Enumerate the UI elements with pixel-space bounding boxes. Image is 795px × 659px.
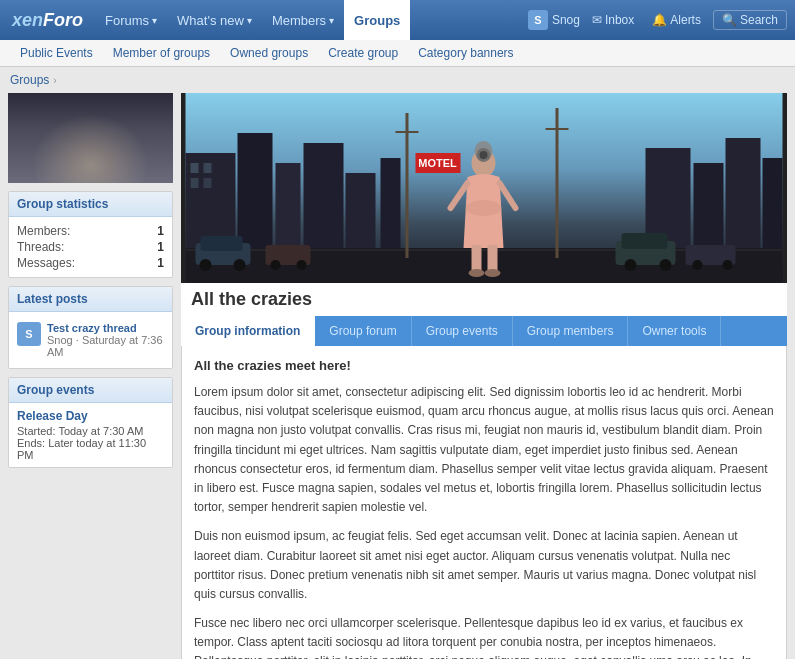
members-label: Members: bbox=[17, 224, 70, 238]
threads-stat: Threads: 1 bbox=[17, 239, 164, 255]
group-title: All the crazies bbox=[181, 283, 787, 316]
group-events-body: Release Day Started: Today at 7:30 AM En… bbox=[9, 403, 172, 467]
svg-rect-5 bbox=[67, 128, 79, 168]
event-name-link[interactable]: Release Day bbox=[17, 409, 164, 423]
logo-xen: xen bbox=[12, 10, 43, 30]
nav-groups[interactable]: Groups bbox=[344, 0, 410, 40]
svg-rect-15 bbox=[13, 165, 38, 175]
subnav-create-group[interactable]: Create group bbox=[318, 40, 408, 66]
svg-rect-63 bbox=[472, 245, 482, 273]
svg-rect-9 bbox=[145, 129, 159, 168]
svg-rect-0 bbox=[8, 93, 173, 183]
group-events-title: Group events bbox=[9, 378, 172, 403]
svg-rect-46 bbox=[622, 233, 668, 249]
chevron-down-icon: ▾ bbox=[152, 15, 157, 26]
svg-rect-53 bbox=[546, 128, 569, 130]
sidebar-stats-section: Group statistics Members: 1 Threads: 1 M… bbox=[8, 191, 173, 278]
svg-rect-11 bbox=[8, 158, 173, 183]
search-button[interactable]: 🔍 Search bbox=[713, 10, 787, 30]
bell-icon: 🔔 bbox=[652, 13, 667, 27]
svg-rect-4 bbox=[47, 118, 65, 168]
breadcrumb-groups-link[interactable]: Groups bbox=[10, 73, 49, 87]
breadcrumb-separator: › bbox=[53, 75, 56, 86]
svg-rect-51 bbox=[396, 131, 419, 133]
svg-rect-23 bbox=[204, 163, 212, 173]
tab-group-events[interactable]: Group events bbox=[412, 316, 513, 346]
svg-point-59 bbox=[480, 151, 488, 159]
subnav-member-of-groups[interactable]: Member of groups bbox=[103, 40, 220, 66]
tab-owner-tools[interactable]: Owner tools bbox=[628, 316, 721, 346]
user-badge[interactable]: S Snog bbox=[528, 10, 580, 30]
description-para-2: Duis non euismod ipsum, ac feugiat felis… bbox=[194, 527, 774, 604]
svg-rect-39 bbox=[201, 236, 243, 251]
group-body: All the crazies meet here! Lorem ipsum d… bbox=[181, 346, 787, 659]
svg-point-45 bbox=[660, 259, 672, 271]
svg-rect-50 bbox=[406, 113, 409, 258]
sidebar: Group statistics Members: 1 Threads: 1 M… bbox=[8, 93, 173, 659]
svg-point-12 bbox=[86, 129, 96, 141]
cover-svg bbox=[8, 93, 173, 183]
svg-text:MOTEL: MOTEL bbox=[418, 157, 457, 169]
tab-group-information[interactable]: Group information bbox=[181, 316, 315, 346]
svg-rect-24 bbox=[204, 178, 212, 188]
logo-foro: Foro bbox=[43, 10, 83, 30]
svg-rect-6 bbox=[81, 121, 103, 168]
stats-section-title: Group statistics bbox=[9, 192, 172, 217]
alerts-button[interactable]: 🔔 Alerts bbox=[646, 11, 707, 29]
post-meta: Snog · Saturday at 7:36 AM bbox=[47, 334, 164, 358]
sidebar-group-events-section: Group events Release Day Started: Today … bbox=[8, 377, 173, 468]
svg-rect-13 bbox=[86, 141, 96, 161]
svg-point-48 bbox=[693, 260, 703, 270]
svg-point-37 bbox=[200, 259, 212, 271]
main-wrapper: Groups › bbox=[0, 67, 795, 659]
sidebar-latest-posts-section: Latest posts S Test crazy thread Snog · … bbox=[8, 286, 173, 369]
svg-rect-8 bbox=[123, 115, 143, 168]
latest-posts-body: S Test crazy thread Snog · Saturday at 7… bbox=[9, 312, 172, 368]
list-item: Release Day Started: Today at 7:30 AM En… bbox=[17, 409, 164, 461]
group-description: Lorem ipsum dolor sit amet, consectetur … bbox=[194, 383, 774, 659]
svg-rect-7 bbox=[105, 126, 121, 168]
nav-whats-new[interactable]: What's new ▾ bbox=[167, 0, 262, 40]
nav-forums[interactable]: Forums ▾ bbox=[95, 0, 167, 40]
nav-members[interactable]: Members ▾ bbox=[262, 0, 344, 40]
svg-rect-22 bbox=[191, 178, 199, 188]
tab-group-members[interactable]: Group members bbox=[513, 316, 629, 346]
members-value: 1 bbox=[157, 224, 164, 238]
subnav-public-events[interactable]: Public Events bbox=[10, 40, 103, 66]
messages-value: 1 bbox=[157, 256, 164, 270]
svg-rect-16 bbox=[43, 167, 63, 175]
svg-point-66 bbox=[485, 269, 501, 277]
svg-rect-14 bbox=[84, 148, 98, 163]
event-started: Started: Today at 7:30 AM bbox=[17, 425, 164, 437]
avatar: S bbox=[17, 322, 41, 346]
main-content: MOTEL bbox=[181, 93, 787, 659]
subnav-owned-groups[interactable]: Owned groups bbox=[220, 40, 318, 66]
stats-section-body: Members: 1 Threads: 1 Messages: 1 bbox=[9, 217, 172, 277]
avatar: S bbox=[528, 10, 548, 30]
svg-point-65 bbox=[469, 269, 485, 277]
svg-point-44 bbox=[625, 259, 637, 271]
description-para-3: Fusce nec libero nec orci ullamcorper sc… bbox=[194, 614, 774, 659]
content-area: Group statistics Members: 1 Threads: 1 M… bbox=[0, 93, 795, 659]
svg-rect-3 bbox=[30, 131, 45, 168]
members-stat: Members: 1 bbox=[17, 223, 164, 239]
latest-posts-title: Latest posts bbox=[9, 287, 172, 312]
group-banner-svg: MOTEL bbox=[181, 93, 787, 283]
svg-point-49 bbox=[723, 260, 733, 270]
event-ends: Ends: Later today at 11:30 PM bbox=[17, 437, 164, 461]
svg-rect-18 bbox=[143, 166, 165, 175]
site-logo: xenForo bbox=[0, 10, 95, 31]
post-title-link[interactable]: Test crazy thread bbox=[47, 322, 164, 334]
chevron-down-icon: ▾ bbox=[329, 15, 334, 26]
search-icon: 🔍 bbox=[722, 13, 737, 27]
svg-point-38 bbox=[234, 259, 246, 271]
tab-group-forum[interactable]: Group forum bbox=[315, 316, 411, 346]
group-banner-image: MOTEL bbox=[181, 93, 787, 283]
chevron-down-icon: ▾ bbox=[247, 15, 252, 26]
nav-menu: Forums ▾ What's new ▾ Members ▾ Groups bbox=[95, 0, 410, 40]
inbox-button[interactable]: ✉ Inbox bbox=[586, 11, 640, 29]
sidebar-cover-image bbox=[8, 93, 173, 183]
threads-value: 1 bbox=[157, 240, 164, 254]
list-item: S Test crazy thread Snog · Saturday at 7… bbox=[17, 318, 164, 362]
subnav-category-banners[interactable]: Category banners bbox=[408, 40, 523, 66]
